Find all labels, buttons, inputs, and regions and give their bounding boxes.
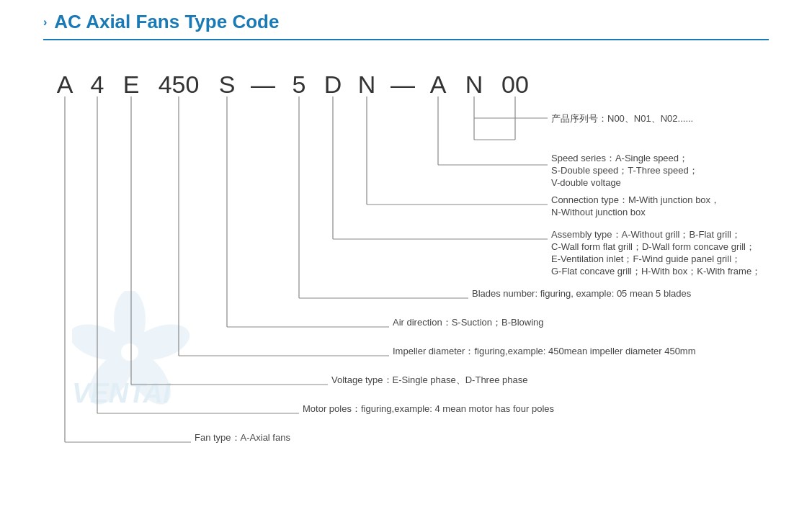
code-S: S — [219, 71, 236, 98]
header-divider — [43, 39, 769, 40]
header: › AC Axial Fans Type Code — [43, 11, 769, 33]
page-title: AC Axial Fans Type Code — [54, 11, 279, 33]
annotation-assembly-2: C-Wall form flat grill；D-Wall form conca… — [551, 241, 755, 252]
annotation-blades: Blades number: figuring, example: 05 mea… — [472, 288, 692, 299]
type-code-diagram: A 4 E 450 S — 5 D N — A N 00 产品序列号：N00、N… — [43, 53, 769, 457]
annotation-speed-3: V-double voltage — [551, 177, 621, 188]
code-E: E — [123, 71, 140, 98]
code-D: D — [324, 71, 342, 98]
chevron-icon: › — [43, 16, 47, 29]
page-container: › AC Axial Fans Type Code VENTAI A — [0, 0, 812, 512]
annotation-impeller: Impeller diameter：figuring,example: 450m… — [393, 346, 696, 356]
annotation-assembly-1: Assembly type：A-Without grill；B-Flat gri… — [551, 229, 741, 240]
annotation-assembly-3: E-Ventilation inlet；F-Wind guide panel g… — [551, 253, 741, 264]
code-dash1: — — [251, 71, 275, 98]
annotation-connection-1: Connection type：M-With junction box， — [551, 194, 720, 205]
annotation-fan-type: Fan type：A-Axial fans — [195, 432, 290, 443]
code-A1: A — [57, 71, 73, 98]
annotation-connection-2: N-Without junction box — [551, 207, 646, 217]
annotation-speed-2: S-Double speed；T-Three speed； — [551, 165, 698, 176]
code-dash2: — — [391, 71, 415, 98]
code-A2: A — [430, 71, 447, 98]
code-4: 4 — [91, 71, 104, 98]
code-N2: N — [465, 71, 483, 98]
code-450: 450 — [159, 71, 200, 98]
diagram-area: VENTAI A 4 E 450 S — 5 D N — A N 00 — [43, 53, 769, 457]
annotation-product-series: 产品序列号：N00、N01、N02...... — [551, 113, 693, 124]
code-5: 5 — [293, 71, 306, 98]
annotation-speed-1: Speed series：A-Single speed； — [551, 153, 688, 163]
annotation-motor: Motor poles：figuring,example: 4 mean mot… — [303, 403, 555, 414]
code-00: 00 — [501, 71, 529, 98]
code-N1: N — [358, 71, 376, 98]
annotation-assembly-4: G-Flat concave grill；H-With box；K-With f… — [551, 266, 761, 277]
annotation-air: Air direction：S-Suction；B-Blowing — [393, 317, 544, 328]
annotation-voltage: Voltage type：E-Single phase、D-Three phas… — [331, 374, 527, 385]
